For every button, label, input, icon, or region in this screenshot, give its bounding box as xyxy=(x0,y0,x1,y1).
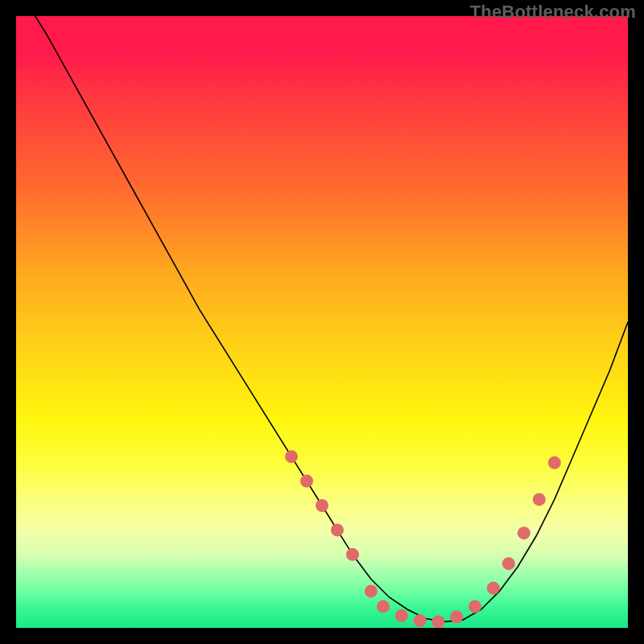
highlight-dot xyxy=(502,557,515,570)
highlight-dot xyxy=(285,450,298,463)
highlight-dot xyxy=(331,523,344,536)
highlight-dot xyxy=(548,456,561,469)
highlight-dot xyxy=(450,610,463,623)
curve-line xyxy=(16,16,628,621)
chart-plot-area xyxy=(16,16,628,628)
highlight-dot xyxy=(365,584,378,597)
highlight-dot xyxy=(487,582,500,595)
highlight-dot xyxy=(469,600,481,613)
chart-svg xyxy=(16,16,628,628)
highlight-dot xyxy=(518,526,530,539)
chart-frame: TheBottleneck.com xyxy=(0,0,644,644)
highlight-dot xyxy=(533,493,546,506)
highlight-dot xyxy=(395,609,408,622)
watermark-text: TheBottleneck.com xyxy=(470,2,636,23)
highlight-dot xyxy=(414,614,427,627)
highlight-dot xyxy=(300,475,313,488)
highlight-dot xyxy=(316,499,328,512)
highlight-dot xyxy=(377,600,390,613)
highlight-dot xyxy=(431,615,444,628)
highlight-dot xyxy=(346,548,359,561)
